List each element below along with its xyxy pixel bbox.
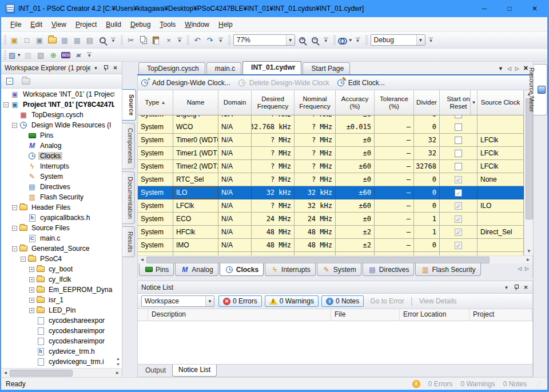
tab-scroll-right-icon[interactable]: ▷ [525, 266, 529, 271]
zoom-out-icon[interactable] [309, 34, 321, 46]
close-button[interactable]: ✕ [522, 0, 547, 17]
toolbar-grip[interactable] [228, 35, 230, 45]
cell-accuracy[interactable]: ±0 [336, 147, 375, 160]
notice-scope-combo[interactable]: Workspace ▼ [141, 295, 214, 307]
scroll-down-icon[interactable]: ▼ [116, 362, 120, 367]
cell-start[interactable] [440, 134, 478, 147]
notice-col-description[interactable]: Description [148, 309, 331, 321]
new-file-icon[interactable]: □ [21, 34, 33, 46]
paste-icon[interactable] [150, 34, 162, 46]
cell-type[interactable]: System [138, 186, 173, 199]
edit-clock-button[interactable]: ✎ Edit Clock... [337, 79, 385, 87]
cell-desired[interactable]: 48 MHz [252, 239, 295, 252]
cell-divider[interactable]: 32 [414, 147, 440, 160]
clock-row-eco[interactable]: SystemECON/A24 MHz24 MHz±0–1✓ [138, 213, 524, 226]
cell-tolerance[interactable]: – [375, 147, 414, 160]
cell-nominal[interactable]: ? MHz [295, 121, 336, 134]
menu-build[interactable]: Build [101, 18, 126, 31]
collapse-toggle-icon[interactable]: − [21, 257, 26, 262]
resize-grip[interactable]: ⋰ [537, 381, 543, 387]
cell-type[interactable]: System [138, 199, 173, 213]
cell-source[interactable]: LFClk [478, 134, 524, 147]
add-design-wide-clock-button[interactable]: + Add Design-Wide Clock... [141, 79, 230, 87]
tree-item-source-files[interactable]: −Source Files [1, 223, 114, 233]
expand-toggle-icon[interactable]: + [29, 267, 34, 272]
table-vscrollbar[interactable]: ▲ ▼ [524, 90, 534, 255]
checked-checkbox[interactable]: ✓ [455, 229, 462, 236]
toolbar-overflow-icon[interactable]: ▼ [356, 38, 360, 43]
toolbar-grip[interactable] [4, 35, 6, 45]
cell-accuracy[interactable]: ±0 [336, 213, 375, 226]
cell-divider[interactable]: 1 [414, 226, 440, 239]
clock-row-wco[interactable]: SystemWCON/A32.768 kHz? MHz±0.015–0 [138, 121, 524, 134]
resource-tab-analog[interactable]: MAnalog [175, 263, 218, 276]
tree-item-topdesign-cysch[interactable]: ▦TopDesign.cysch [1, 110, 114, 120]
tree-item-cydevicegnu-trm-i[interactable]: cydevicegnu_trm.i [1, 357, 114, 367]
cell-nominal[interactable]: 48 MHz [295, 226, 336, 239]
notice-col-project[interactable]: Project [470, 309, 532, 321]
cell-divider[interactable]: 0 [414, 186, 440, 199]
tab-scroll-left-icon[interactable]: ◁ [507, 66, 511, 71]
cell-start[interactable] [440, 121, 478, 134]
unchecked-checkbox[interactable] [455, 137, 462, 144]
cell-nominal[interactable]: 32 kHz [295, 186, 336, 199]
cell-source[interactable] [478, 121, 524, 134]
cell-name[interactable]: WCO [173, 121, 218, 134]
warnings-filter-button[interactable]: 0 Warnings [265, 295, 319, 307]
cell-start[interactable]: ✓ [440, 226, 478, 239]
tree-item-header-files[interactable]: −Header Files [1, 202, 114, 213]
build-stack-icon[interactable]: ▧ [35, 49, 46, 61]
cell-source[interactable]: Direct_Sel [478, 226, 524, 239]
scroll-left-icon[interactable]: ◄ [1, 370, 10, 375]
cell-tolerance[interactable]: – [375, 199, 414, 213]
toolbar-grip[interactable] [187, 35, 189, 45]
cell-source[interactable] [478, 239, 524, 252]
cell-accuracy[interactable]: ±0 [336, 134, 375, 147]
cell-desired[interactable]: ? MHz [252, 173, 295, 186]
clock-row-hfclk[interactable]: SystemHFClkN/A48 MHz48 MHz±2–1✓Direct_Se… [138, 226, 524, 239]
column-header-desired[interactable]: Desired Frequency [252, 90, 295, 115]
expand-toggle-icon[interactable]: + [29, 308, 34, 313]
tree-item-led-pin[interactable]: +LED_Pin [1, 305, 114, 315]
cell-name[interactable]: LFClk [173, 199, 218, 213]
cell-name[interactable]: ILO [173, 186, 218, 199]
cell-desired[interactable]: ? MHz [252, 199, 295, 213]
zoom-in-icon[interactable] [297, 34, 308, 46]
scroll-up-icon[interactable]: ▲ [116, 357, 120, 361]
cell-divider[interactable]: 0 [414, 173, 440, 186]
clock-row-rtc-sel[interactable]: SystemRTC_SelN/A? MHz? MHz±0–0✓None [138, 173, 524, 186]
cell-type[interactable]: System [138, 226, 173, 239]
cell-name[interactable]: IMO [173, 239, 218, 252]
toolbar-grip[interactable] [121, 35, 123, 45]
cell-tolerance[interactable]: – [375, 121, 414, 134]
collapse-toggle-icon[interactable]: − [12, 246, 17, 251]
open-icon[interactable] [46, 34, 58, 46]
cell-nominal[interactable]: ? MHz [295, 134, 336, 147]
cell-accuracy[interactable]: ±2 [336, 226, 375, 239]
cell-name[interactable]: Timer1 (WDT1) [173, 147, 218, 160]
target-device-icon[interactable] [60, 49, 71, 61]
add-component-icon[interactable]: ▣ [34, 34, 45, 46]
cell-nominal[interactable]: 24 MHz [295, 213, 336, 226]
tree-item-cydevice-trm-h[interactable]: hcydevice_trm.h [1, 346, 114, 357]
cell-divider[interactable]: 0 [414, 115, 440, 121]
toolbar-grip[interactable] [4, 50, 6, 59]
cell-start[interactable]: ✓ [440, 213, 478, 226]
clock-row-timer1-wdt1-[interactable]: SystemTimer1 (WDT1)N/A? MHz? MHz±0–32LFC… [138, 147, 524, 160]
sync-folder-icon[interactable] [20, 75, 31, 87]
scrollbar-thumb[interactable] [10, 370, 73, 377]
menu-edit[interactable]: Edit [26, 18, 47, 31]
cell-type[interactable]: System [138, 160, 173, 173]
cell-start[interactable] [440, 147, 478, 160]
panel-menu-icon[interactable]: ▾ [502, 283, 511, 291]
cell-accuracy[interactable]: ±0 [336, 173, 375, 186]
cell-tolerance[interactable]: – [375, 134, 414, 147]
unchecked-checkbox[interactable] [455, 115, 462, 118]
column-header-start[interactable]: Start on Reset▼ [440, 90, 478, 115]
explorer-hscrollbar[interactable]: ◄ ► [1, 368, 122, 377]
tree-item-cycodeshareexpor[interactable]: cycodeshareexpor [1, 315, 114, 326]
toolbar-overflow-icon[interactable]: ▼ [324, 38, 328, 43]
scroll-down-icon[interactable]: ▼ [527, 247, 531, 255]
menu-view[interactable]: View [47, 18, 71, 31]
cell-domain[interactable]: N/A [218, 160, 252, 173]
